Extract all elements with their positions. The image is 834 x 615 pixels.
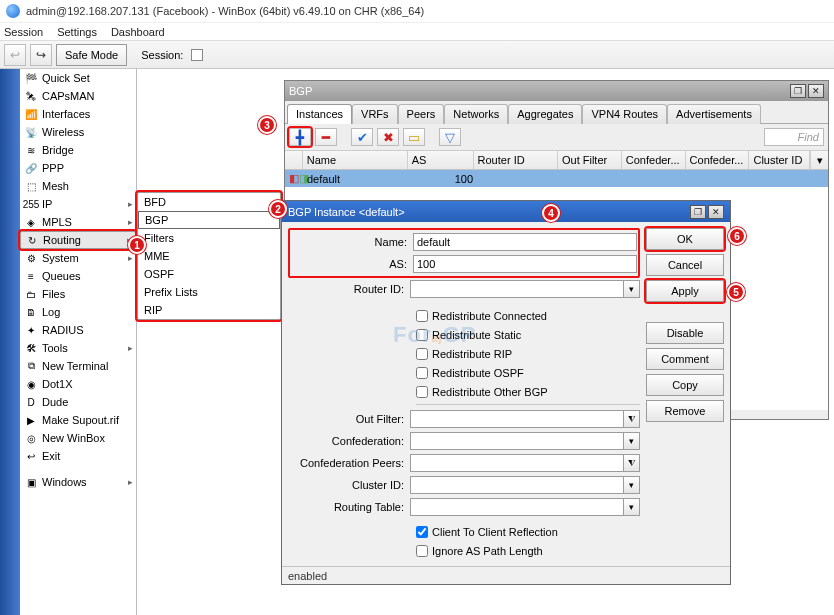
column-header[interactable]: Confeder... (686, 151, 750, 169)
column-header[interactable]: Confeder... (622, 151, 686, 169)
enable-button[interactable]: ✔ (351, 128, 373, 146)
chevron-right-icon: ▸ (128, 253, 133, 263)
sidebar-item-routing[interactable]: ↻Routing▸ (20, 231, 136, 249)
sidebar-item-mpls[interactable]: ◈MPLS▸ (20, 213, 136, 231)
bgp-instance-close-button[interactable]: ✕ (708, 205, 724, 219)
routing-table-input[interactable] (410, 498, 624, 516)
sidebar-item-queues[interactable]: ≡Queues (20, 267, 136, 285)
submenu-item-rip[interactable]: RIP (138, 301, 280, 319)
router-id-input[interactable] (410, 280, 624, 298)
sidebar-item-ppp[interactable]: 🔗PPP (20, 159, 136, 177)
out-filter-input[interactable] (410, 410, 624, 428)
submenu-item-prefix lists[interactable]: Prefix Lists (138, 283, 280, 301)
confederation-input[interactable] (410, 432, 624, 450)
sidebar-item-log[interactable]: 🗎Log (20, 303, 136, 321)
find-input[interactable]: Find (764, 128, 824, 146)
confederation-peers-input[interactable] (410, 454, 624, 472)
tab-peers[interactable]: Peers (398, 104, 445, 124)
submenu-item-mme[interactable]: MME (138, 247, 280, 265)
submenu-item-ospf[interactable]: OSPF (138, 265, 280, 283)
bgp-window-restore-button[interactable]: ❐ (790, 84, 806, 98)
safe-mode-button[interactable]: Safe Mode (56, 44, 127, 66)
router-id-expand-icon[interactable]: ▾ (624, 280, 640, 298)
sidebar-item-windows[interactable]: ▣Windows▸ (20, 473, 136, 491)
cancel-button[interactable]: Cancel (646, 254, 724, 276)
disable-button[interactable]: Disable (646, 322, 724, 344)
sidebar-item-new-terminal[interactable]: ⧉New Terminal (20, 357, 136, 375)
sidebar-item-bridge[interactable]: ≋Bridge (20, 141, 136, 159)
remove-button[interactable]: ━ (315, 128, 337, 146)
redistribute-checkbox[interactable] (416, 310, 428, 322)
undo-button[interactable]: ↩ (4, 44, 26, 66)
sidebar-item-interfaces[interactable]: 📶Interfaces (20, 105, 136, 123)
cluster-id-input[interactable] (410, 476, 624, 494)
sidebar-item-radius[interactable]: ✦RADIUS (20, 321, 136, 339)
tab-instances[interactable]: Instances (287, 104, 352, 124)
tab-vrfs[interactable]: VRFs (352, 104, 398, 124)
copy-button[interactable]: Copy (646, 374, 724, 396)
column-header[interactable]: Router ID (474, 151, 558, 169)
tab-vpn4-routes[interactable]: VPN4 Routes (582, 104, 667, 124)
column-header[interactable]: Name (303, 151, 408, 169)
out-filter-drop-icon[interactable]: ⧨ (624, 410, 640, 428)
confederation-peers-drop-icon[interactable]: ⧨ (624, 454, 640, 472)
tab-aggregates[interactable]: Aggregates (508, 104, 582, 124)
submenu-item-bgp[interactable]: BGP (138, 211, 280, 229)
redistribute-checkbox[interactable] (416, 348, 428, 360)
sidebar-item-exit[interactable]: ↩Exit (20, 447, 136, 465)
add-button[interactable]: ╋ (289, 128, 311, 146)
sidebar-item-tools[interactable]: 🛠Tools▸ (20, 339, 136, 357)
sidebar-item-dot1x[interactable]: ◉Dot1X (20, 375, 136, 393)
cluster-id-expand-icon[interactable]: ▾ (624, 476, 640, 494)
tab-advertisements[interactable]: Advertisements (667, 104, 761, 124)
status-text: enabled (288, 570, 327, 582)
column-menu-icon[interactable]: ▾ (810, 151, 828, 169)
bgp-window-title-bar[interactable]: BGP ❐ ✕ (285, 81, 828, 101)
remove-dialog-button[interactable]: Remove (646, 400, 724, 422)
sidebar-item-mesh[interactable]: ⬚Mesh (20, 177, 136, 195)
sidebar-icon: ◎ (24, 431, 38, 445)
redo-button[interactable]: ↪ (30, 44, 52, 66)
menu-settings[interactable]: Settings (57, 26, 97, 38)
tab-networks[interactable]: Networks (444, 104, 508, 124)
confederation-expand-icon[interactable]: ▾ (624, 432, 640, 450)
disable-button[interactable]: ✖ (377, 128, 399, 146)
comment-button[interactable]: ▭ (403, 128, 425, 146)
ok-button[interactable]: OK (646, 228, 724, 250)
callout-5: 5 (727, 283, 745, 301)
column-header[interactable]: AS (408, 151, 474, 169)
sidebar-item-capsman[interactable]: 🛰CAPsMAN (20, 87, 136, 105)
routing-table-expand-icon[interactable]: ▾ (624, 498, 640, 516)
grid-row-default[interactable]: ◧◨default100 (285, 170, 828, 187)
redistribute-checkbox[interactable] (416, 329, 428, 341)
column-header[interactable]: Cluster ID (749, 151, 810, 169)
sidebar-item-quick-set[interactable]: 🏁Quick Set (20, 69, 136, 87)
sidebar-item-make-supout.rif[interactable]: ▶Make Supout.rif (20, 411, 136, 429)
bgp-instance-restore-button[interactable]: ❐ (690, 205, 706, 219)
sidebar-item-ip[interactable]: 255IP▸ (20, 195, 136, 213)
column-header[interactable]: Out Filter (558, 151, 622, 169)
callout-3: 3 (258, 116, 276, 134)
filter-button[interactable]: ▽ (439, 128, 461, 146)
bgp-window-close-button[interactable]: ✕ (808, 84, 824, 98)
name-input[interactable] (413, 233, 637, 251)
bgp-instance-title-bar[interactable]: BGP Instance <default> ❐ ✕ (282, 201, 730, 222)
redistribute-checkbox[interactable] (416, 367, 428, 379)
sidebar-item-system[interactable]: ⚙System▸ (20, 249, 136, 267)
submenu-item-filters[interactable]: Filters (138, 229, 280, 247)
sidebar-item-wireless[interactable]: 📡Wireless (20, 123, 136, 141)
comment-button[interactable]: Comment (646, 348, 724, 370)
as-input[interactable] (413, 255, 637, 273)
menu-session[interactable]: Session (4, 26, 43, 38)
client-to-client-checkbox[interactable] (416, 526, 428, 538)
menu-dashboard[interactable]: Dashboard (111, 26, 165, 38)
apply-button[interactable]: Apply (646, 280, 724, 302)
redistribute-checkbox[interactable] (416, 386, 428, 398)
sidebar-item-new-winbox[interactable]: ◎New WinBox (20, 429, 136, 447)
submenu-item-bfd[interactable]: BFD (138, 193, 280, 211)
session-checkbox[interactable] (191, 49, 203, 61)
sidebar-item-files[interactable]: 🗀Files (20, 285, 136, 303)
sidebar-item-label: New WinBox (42, 432, 105, 444)
ignore-as-path-checkbox[interactable] (416, 545, 428, 557)
sidebar-item-dude[interactable]: DDude (20, 393, 136, 411)
